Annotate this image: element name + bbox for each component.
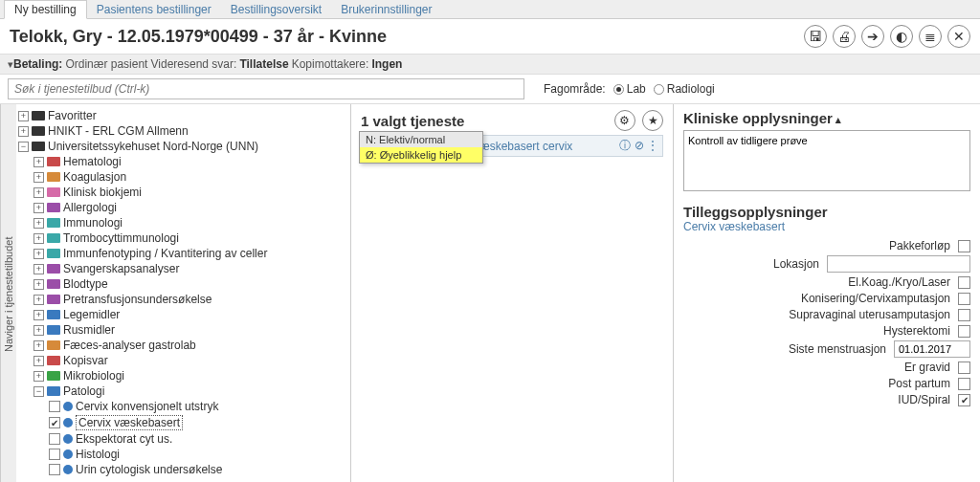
priority-menu: N: Elektiv/normal Ø: Øyeblikkelig hjelp — [359, 131, 483, 164]
tree-koagulasjon[interactable]: +Koagulasjon — [33, 169, 348, 185]
tree-kopisvar[interactable]: +Kopisvar — [33, 353, 348, 368]
tree-unn[interactable]: −Universitetssykehuset Nord-Norge (UNN) — [18, 139, 348, 154]
cb-hysterektomi[interactable] — [958, 325, 970, 338]
tree-rusmidler[interactable]: +Rusmidler — [33, 322, 348, 338]
tree-hnikt[interactable]: +HNIKT - ERL CGM Allmenn — [18, 123, 348, 139]
tree-allergologi[interactable]: +Allergologi — [33, 200, 348, 215]
tree-cervix-konv[interactable]: Cervix konvensjonelt utstryk — [49, 399, 348, 414]
clinical-info-title[interactable]: Kliniske opplysninger — [683, 110, 970, 126]
tree-klinisk[interactable]: +Klinisk biokjemi — [33, 185, 348, 200]
service-tree: +Favoritter +HNIKT - ERL CGM Allmenn −Un… — [16, 104, 351, 482]
tree-histologi[interactable]: Histologi — [49, 447, 348, 462]
patient-info: Telokk, Gry - 12.05.1979*00499 - 37 år -… — [10, 27, 387, 47]
tab-pasientens[interactable]: Pasientens bestillinger — [87, 1, 221, 18]
inp-lokasjon[interactable] — [827, 255, 970, 273]
sidebar-label: Naviger i tjenestetilbudet — [0, 104, 16, 482]
additional-sublink[interactable]: Cervix væskebasert — [683, 220, 970, 233]
tree-urin[interactable]: Urin cytologisk undersøkelse — [49, 462, 348, 477]
tab-brukerinnstillinger[interactable]: Brukerinnstillinger — [331, 1, 441, 18]
save-icon[interactable]: 🖫 — [804, 25, 827, 48]
cb-postpartum[interactable] — [958, 378, 970, 390]
tree-mikro[interactable]: +Mikrobiologi — [33, 368, 348, 383]
tree-pretrans[interactable]: +Pretransfusjonsundersøkelse — [33, 292, 348, 307]
tree-hematologi[interactable]: +Hematologi — [33, 154, 348, 169]
cb-gravid[interactable] — [958, 362, 970, 374]
tree-ekspektorat[interactable]: Ekspektorat cyt us. — [49, 431, 348, 447]
tab-oversikt[interactable]: Bestillingsoversikt — [221, 1, 331, 18]
star-icon[interactable]: ★ — [642, 110, 663, 131]
cb-elkoag[interactable] — [958, 276, 970, 289]
tree-favoritter[interactable]: +Favoritter — [18, 108, 348, 123]
globe-icon[interactable]: ◐ — [890, 25, 913, 48]
radio-radiologi[interactable]: Radiologi — [654, 82, 715, 96]
cb-pakke[interactable] — [958, 240, 970, 252]
forward-icon[interactable]: ➔ — [861, 25, 884, 48]
tree-trombocytt[interactable]: +Trombocyttimmunologi — [33, 230, 348, 246]
fagomrade-label: Fagområde: — [544, 82, 606, 96]
cb-supravag[interactable] — [958, 309, 970, 321]
close-icon[interactable]: ✕ — [947, 25, 970, 48]
tree-immunologi[interactable]: +Immunologi — [33, 215, 348, 230]
list-icon[interactable]: ≣ — [919, 25, 942, 48]
sub-bar: ▾Betaling: Ordinær pasient Videresend sv… — [0, 54, 980, 75]
priority-oyeblikkelig[interactable]: Ø: Øyeblikkelig hjelp — [360, 147, 482, 163]
search-input[interactable] — [8, 78, 524, 99]
print-icon[interactable]: 🖨 — [833, 25, 856, 48]
clinical-info-textarea[interactable] — [683, 130, 970, 191]
cb-konisering[interactable] — [958, 293, 970, 305]
tree-blodtype[interactable]: +Blodtype — [33, 276, 348, 292]
cb-iud[interactable] — [958, 394, 970, 406]
gear-icon[interactable]: ⚙ — [614, 110, 635, 131]
priority-elektiv[interactable]: N: Elektiv/normal — [360, 132, 482, 147]
tree-cervix-vask[interactable]: Cervix væskebasert — [49, 414, 348, 431]
tree-patologi[interactable]: −Patologi — [33, 383, 348, 399]
radio-lab[interactable]: Lab — [613, 82, 646, 96]
tree-immunfeno[interactable]: +Immunfenotyping / Kvantitering av celle… — [33, 246, 348, 261]
tree-faeces[interactable]: +Fæces-analyser gastrolab — [33, 338, 348, 353]
tab-ny-bestilling[interactable]: Ny bestilling — [4, 0, 87, 19]
info-icon[interactable]: ⓘ ⊘ ⋮ — [619, 138, 658, 154]
tree-legemidler[interactable]: +Legemidler — [33, 307, 348, 322]
tree-svangerskap[interactable]: +Svangerskapsanalyser — [33, 261, 348, 276]
inp-siste-mens[interactable] — [894, 340, 970, 358]
selected-services-title: 1 valgt tjeneste — [361, 113, 464, 129]
additional-info-title: Tilleggsopplysninger — [683, 204, 970, 220]
tab-bar: Ny bestilling Pasientens bestillinger Be… — [0, 0, 980, 19]
